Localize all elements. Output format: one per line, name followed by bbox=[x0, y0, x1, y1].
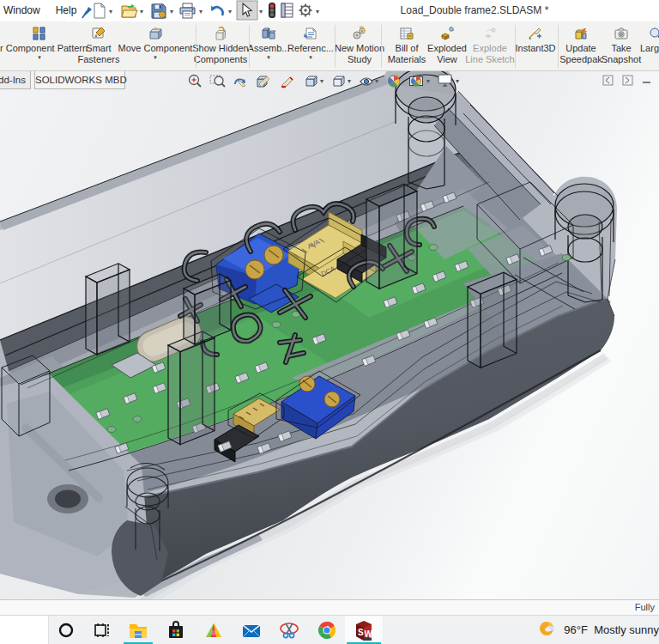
svg-text:▾: ▾ bbox=[170, 8, 173, 15]
svg-text:▾: ▾ bbox=[456, 77, 459, 85]
svg-text:▾: ▾ bbox=[316, 8, 319, 15]
svg-text:▾: ▾ bbox=[228, 8, 232, 15]
svg-text:▾: ▾ bbox=[259, 8, 263, 15]
svg-text:S: S bbox=[358, 628, 364, 637]
svg-text:▾: ▾ bbox=[109, 8, 112, 15]
svg-text:▾: ▾ bbox=[375, 77, 378, 85]
svg-text:▾: ▾ bbox=[348, 77, 351, 85]
svg-text:▾: ▾ bbox=[199, 8, 203, 15]
svg-text:▾: ▾ bbox=[140, 8, 143, 15]
svg-text:▾: ▾ bbox=[426, 77, 430, 85]
svg-text:W: W bbox=[365, 629, 373, 639]
svg-text:▾: ▾ bbox=[320, 77, 323, 85]
